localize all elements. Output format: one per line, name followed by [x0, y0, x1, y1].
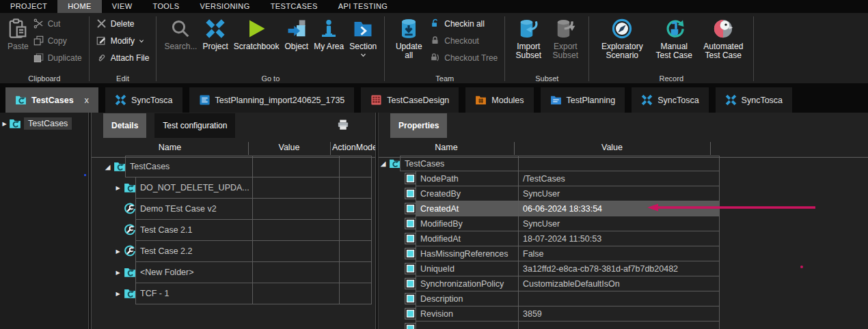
object-button[interactable]: Object [282, 14, 312, 52]
tree-row[interactable]: ▶<New Folder> [92, 261, 372, 283]
column-divider[interactable] [330, 142, 331, 155]
tree-row[interactable]: ▶Test Case 2.2 [92, 240, 372, 262]
tab-test-configuration[interactable]: Test configuration [154, 113, 235, 138]
tab-synctosca[interactable]: SyncTosca [632, 87, 708, 113]
property-value-cell[interactable]: 06-06-2024 18:33:54 [518, 201, 720, 216]
property-row[interactable]: ModifiedAt18-07-2024 11:50:53 [379, 231, 720, 246]
tab-testplanning[interactable]: TestPlanning [541, 87, 625, 113]
name-cell[interactable]: TestCases [400, 156, 519, 171]
name-cell[interactable]: TCF - 1 [135, 283, 253, 304]
action-cell[interactable] [339, 283, 372, 304]
column-divider[interactable] [248, 142, 249, 155]
section-button[interactable]: Section [347, 14, 379, 59]
property-row[interactable]: CreatedBySyncUser [379, 186, 720, 201]
property-row[interactable]: HasMissingReferencesFalse [379, 246, 720, 261]
property-row[interactable]: NodePath/TestCases [379, 171, 720, 186]
tab-properties[interactable]: Properties [390, 113, 447, 138]
value-cell[interactable] [252, 219, 340, 241]
value-cell[interactable] [252, 261, 340, 283]
expander-expanded-icon[interactable]: ◢ [379, 160, 388, 167]
menu-item-api-testing[interactable]: API TESTING [328, 0, 398, 13]
close-icon[interactable]: x [85, 95, 90, 105]
action-cell[interactable] [339, 177, 372, 199]
property-value-cell[interactable]: SyncUser [518, 186, 720, 201]
property-name-cell[interactable] [416, 321, 519, 329]
value-cell[interactable] [252, 198, 340, 220]
property-row[interactable] [379, 321, 720, 329]
property-value-cell[interactable] [518, 321, 720, 329]
property-value-cell[interactable]: SyncUser [518, 216, 720, 231]
modify-button[interactable]: Modify [94, 34, 152, 47]
property-value-cell[interactable]: 3859 [518, 306, 720, 321]
manual-test-case-button[interactable]: Manual Test Case [650, 14, 698, 61]
update-all-button[interactable]: Update all [390, 14, 428, 61]
property-value-cell[interactable]: /TestCases [518, 171, 720, 186]
property-value-cell[interactable]: False [518, 246, 720, 261]
name-cell[interactable]: Demo TEst Case v2 [135, 198, 253, 220]
expander-expanded-icon[interactable]: ◢ [103, 163, 112, 171]
value-cell[interactable] [252, 156, 340, 177]
name-cell[interactable]: DO_NOT_DELETE_UPDA... [135, 177, 253, 199]
name-cell[interactable]: <New Folder> [135, 261, 253, 283]
import-subset-button[interactable]: Import Subset [510, 14, 547, 61]
print-icon[interactable] [336, 119, 350, 132]
property-name-cell[interactable]: Revision [416, 306, 519, 321]
menu-item-testcases[interactable]: TESTCASES [260, 0, 328, 13]
scratchbook-button[interactable]: Scratchbook [231, 14, 282, 52]
tree-row[interactable]: Demo TEst Case v2 [92, 198, 372, 220]
property-row[interactable]: UniqueId3a12ffd2-e8ca-cb78-381d-af7b7db2… [379, 261, 720, 276]
tree-row[interactable]: ◢TestCases [379, 156, 720, 171]
column-divider[interactable] [710, 142, 711, 155]
tab-testcasedesign[interactable]: TestCaseDesign [361, 87, 459, 113]
delete-button[interactable]: Delete [94, 17, 152, 30]
property-name-cell[interactable]: ModifiedAt [416, 231, 519, 246]
sidebar-item-testcases[interactable]: ▶TestCases [0, 116, 88, 131]
tree-row[interactable]: ◢TestCases [92, 156, 372, 177]
checkin-all-button[interactable]: Checkin all [428, 17, 500, 30]
property-row[interactable]: Description [379, 291, 720, 306]
tab-synctosca[interactable]: SyncTosca [716, 87, 792, 113]
action-cell[interactable] [339, 198, 372, 220]
value-cell[interactable] [252, 240, 340, 262]
action-cell[interactable] [339, 219, 372, 241]
action-cell[interactable] [339, 261, 372, 283]
column-divider[interactable] [514, 142, 515, 155]
value-cell[interactable] [252, 283, 340, 304]
expander-collapsed-icon[interactable]: ▶ [113, 270, 122, 276]
my-area-button[interactable]: My Area [311, 14, 347, 52]
value-cell[interactable] [518, 156, 720, 171]
tree-row[interactable]: Test Case 2.1 [92, 219, 372, 241]
value-cell[interactable] [252, 177, 340, 199]
property-name-cell[interactable]: Description [416, 291, 519, 306]
property-row[interactable]: Revision3859 [379, 306, 720, 321]
tab-modules[interactable]: Modules [465, 87, 533, 113]
property-value-cell[interactable] [518, 291, 720, 306]
action-cell[interactable] [339, 240, 372, 262]
property-name-cell[interactable]: SynchronizationPolicy [416, 276, 519, 291]
tab-testcases[interactable]: TestCasesx [5, 87, 98, 113]
property-value-cell[interactable]: CustomizableDefaultIsOn [518, 276, 720, 291]
property-name-cell[interactable]: CreatedBy [416, 186, 519, 201]
project-button[interactable]: Project [200, 14, 230, 52]
tree-row[interactable]: ▶DO_NOT_DELETE_UPDA... [92, 177, 372, 199]
property-name-cell[interactable]: HasMissingReferences [416, 246, 519, 261]
exploratory-scenario-button[interactable]: Exploratory Scenario [594, 14, 650, 61]
tree-row[interactable]: ▶TCF - 1 [92, 283, 372, 304]
expander-collapsed-icon[interactable]: ▶ [0, 121, 9, 127]
expander-collapsed-icon[interactable]: ▶ [113, 185, 122, 191]
menu-item-view[interactable]: VIEW [102, 0, 143, 13]
property-name-cell[interactable]: ModifiedBy [416, 216, 519, 231]
property-name-cell[interactable]: NodePath [416, 171, 519, 186]
property-row[interactable]: ModifiedBySyncUser [379, 216, 720, 231]
tab-testplanning-import240625-1735[interactable]: TestPlanning_import240625_1735 [189, 87, 355, 113]
property-row[interactable]: CreatedAt06-06-2024 18:33:54 [379, 201, 720, 216]
expander-collapsed-icon[interactable]: ▶ [113, 291, 122, 297]
property-value-cell[interactable]: 3a12ffd2-e8ca-cb78-381d-af7b7db20482 [518, 261, 720, 276]
property-name-cell[interactable]: UniqueId [416, 261, 519, 276]
menu-item-versioning[interactable]: VERSIONING [190, 0, 260, 13]
name-cell[interactable]: TestCases [125, 156, 253, 177]
menu-item-tools[interactable]: TOOLS [142, 0, 189, 13]
attach-file-button[interactable]: Attach File [94, 51, 152, 64]
action-cell[interactable] [339, 156, 372, 177]
expander-collapsed-icon[interactable]: ▶ [113, 248, 122, 255]
